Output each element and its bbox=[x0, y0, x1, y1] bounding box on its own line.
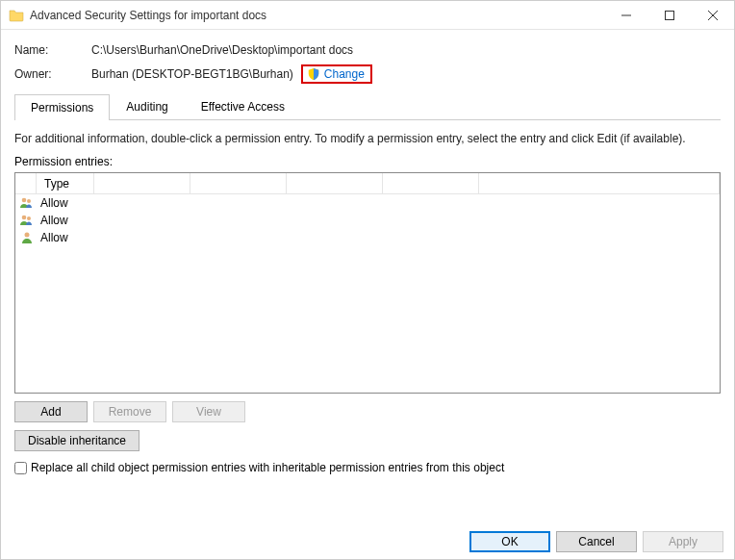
tab-bar: Permissions Auditing Effective Access bbox=[14, 93, 721, 120]
list-item[interactable]: Allow bbox=[15, 194, 720, 212]
svg-point-5 bbox=[27, 199, 31, 203]
dialog-content: Name: C:\Users\Burhan\OneDrive\Desktop\i… bbox=[1, 30, 734, 482]
tab-effective-access[interactable]: Effective Access bbox=[185, 93, 301, 119]
owner-value: Burhan (DESKTOP-BEGT1BG\Burhan) bbox=[91, 67, 293, 81]
replace-children-checkbox[interactable]: Replace all child object permission entr… bbox=[14, 461, 721, 474]
add-button[interactable]: Add bbox=[14, 401, 88, 422]
list-item-type: Allow bbox=[40, 196, 68, 210]
minimize-button[interactable] bbox=[604, 1, 647, 30]
list-header: Type bbox=[15, 173, 720, 194]
close-button[interactable] bbox=[691, 1, 734, 30]
svg-point-4 bbox=[22, 198, 27, 203]
remove-button: Remove bbox=[93, 401, 166, 422]
view-button: View bbox=[172, 401, 245, 422]
folder-icon bbox=[9, 8, 24, 23]
replace-children-label: Replace all child object permission entr… bbox=[31, 461, 504, 474]
window-title: Advanced Security Settings for important… bbox=[30, 9, 604, 22]
replace-children-checkbox-input[interactable] bbox=[14, 462, 27, 474]
user-group-icon bbox=[19, 213, 35, 228]
list-header-col7[interactable] bbox=[479, 173, 720, 193]
name-label: Name: bbox=[14, 43, 91, 57]
list-header-col3[interactable] bbox=[94, 173, 190, 193]
owner-label: Owner: bbox=[14, 67, 91, 81]
list-header-col6[interactable] bbox=[383, 173, 479, 193]
window-controls bbox=[604, 1, 734, 30]
svg-point-7 bbox=[27, 216, 31, 220]
permission-entries-list[interactable]: Type Allow Allow Allow bbox=[14, 172, 721, 394]
list-header-type[interactable]: Type bbox=[37, 173, 94, 193]
tab-permissions[interactable]: Permissions bbox=[14, 94, 110, 120]
apply-button: Apply bbox=[643, 531, 723, 552]
svg-point-6 bbox=[22, 216, 27, 220]
list-header-icon[interactable] bbox=[15, 173, 37, 193]
maximize-button[interactable] bbox=[647, 1, 691, 30]
shield-icon bbox=[307, 67, 320, 81]
user-group-icon bbox=[19, 195, 35, 211]
list-item-type: Allow bbox=[40, 214, 68, 227]
user-single-icon bbox=[19, 230, 35, 245]
list-item[interactable]: Allow bbox=[15, 229, 720, 246]
list-item-type: Allow bbox=[40, 231, 68, 244]
inheritance-buttons: Disable inheritance bbox=[14, 430, 721, 451]
ok-button[interactable]: OK bbox=[469, 531, 550, 552]
list-header-col4[interactable] bbox=[190, 173, 287, 193]
name-row: Name: C:\Users\Burhan\OneDrive\Desktop\i… bbox=[14, 43, 721, 57]
cancel-button[interactable]: Cancel bbox=[556, 531, 637, 552]
owner-row: Owner: Burhan (DESKTOP-BEGT1BG\Burhan) C… bbox=[14, 64, 721, 84]
hint-text: For additional information, double-click… bbox=[14, 132, 721, 145]
change-owner-link[interactable]: Change bbox=[301, 64, 372, 84]
dialog-footer: OK Cancel Apply bbox=[469, 531, 723, 552]
svg-point-8 bbox=[25, 233, 30, 238]
name-value: C:\Users\Burhan\OneDrive\Desktop\importa… bbox=[91, 43, 353, 57]
titlebar: Advanced Security Settings for important… bbox=[1, 1, 734, 30]
change-link-text: Change bbox=[324, 67, 365, 81]
entries-label: Permission entries: bbox=[14, 155, 721, 168]
svg-rect-1 bbox=[665, 11, 673, 19]
list-header-col5[interactable] bbox=[287, 173, 383, 193]
list-item[interactable]: Allow bbox=[15, 212, 720, 229]
tab-auditing[interactable]: Auditing bbox=[110, 93, 184, 119]
disable-inheritance-button[interactable]: Disable inheritance bbox=[14, 430, 139, 451]
entry-buttons: Add Remove View bbox=[14, 401, 721, 422]
